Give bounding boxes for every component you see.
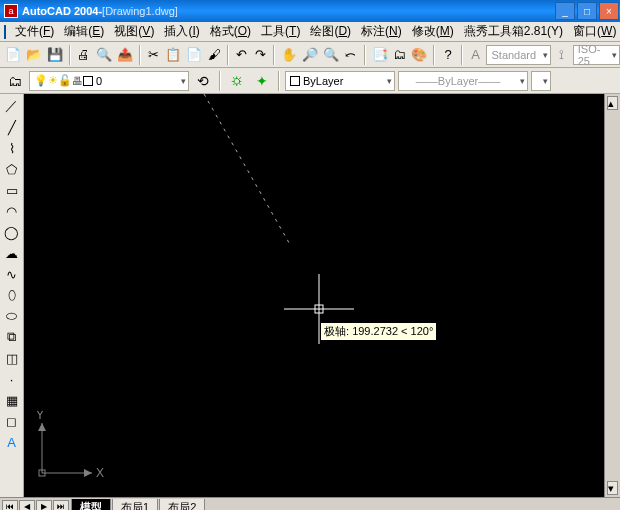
- tab-last-button[interactable]: ⏭: [53, 500, 69, 511]
- zoom-prev-icon[interactable]: ⤺: [343, 44, 359, 66]
- menu-window[interactable]: 窗口(W): [568, 21, 620, 42]
- lineweight-dropdown[interactable]: [531, 71, 551, 91]
- dim-style-dropdown[interactable]: ISO-25: [573, 45, 620, 65]
- mdi-system-icon[interactable]: [4, 25, 6, 39]
- save-icon[interactable]: 💾: [46, 44, 64, 66]
- svg-marker-5: [84, 469, 92, 477]
- scroll-up-button[interactable]: ▴: [607, 96, 618, 110]
- cut-icon[interactable]: ✂: [146, 44, 162, 66]
- zoom-rt-icon[interactable]: 🔎: [301, 44, 319, 66]
- tab-prev-button[interactable]: ◀: [19, 500, 35, 511]
- props-icon[interactable]: 📑: [371, 44, 389, 66]
- tab-first-button[interactable]: ⏮: [2, 500, 18, 511]
- ucs-x-label: X: [96, 466, 104, 480]
- layer-manager-icon[interactable]: 🗂: [4, 70, 26, 92]
- rect-icon[interactable]: ▭: [2, 180, 22, 200]
- print-icon[interactable]: 🖨: [76, 44, 92, 66]
- arc-icon[interactable]: ◠: [2, 201, 22, 221]
- close-button[interactable]: ×: [599, 2, 619, 20]
- new-icon[interactable]: 📄: [4, 44, 22, 66]
- window-controls: _ □ ×: [554, 0, 620, 22]
- help-icon[interactable]: ?: [440, 44, 456, 66]
- publish-icon[interactable]: 📤: [116, 44, 134, 66]
- layer-tools-icon[interactable]: ✦: [251, 70, 273, 92]
- menu-file[interactable]: 文件(F): [10, 21, 59, 42]
- tab-layout1[interactable]: 布局1: [112, 499, 158, 511]
- workspace: ／ ╱ ⌇ ⬠ ▭ ◠ ◯ ☁ ∿ ⬯ ⬭ ⧉ ◫ · ▦ ◻ A 极轴: 19…: [0, 94, 620, 497]
- app-icon: a: [4, 4, 18, 18]
- palette-icon[interactable]: 🎨: [410, 44, 428, 66]
- text-style-icon[interactable]: A: [468, 44, 484, 66]
- revcloud-icon[interactable]: ☁: [2, 243, 22, 263]
- document-title: [Drawing1.dwg]: [102, 5, 178, 17]
- pan-icon[interactable]: ✋: [280, 44, 298, 66]
- match-icon[interactable]: 🖌: [206, 44, 222, 66]
- properties-toolbar: 🗂 💡☀🔓🖶 0 ⟲ ⛭ ✦ ByLayer —— ByLayer ——: [0, 68, 620, 94]
- ucs-icon: X Y: [34, 411, 104, 481]
- color-swatch: [290, 76, 300, 86]
- spline-icon[interactable]: ∿: [2, 264, 22, 284]
- paste-icon[interactable]: 📄: [185, 44, 203, 66]
- layer-name: 0: [96, 75, 102, 87]
- dim-style-icon[interactable]: ⟟: [554, 44, 570, 66]
- hatch-icon[interactable]: ▦: [2, 390, 22, 410]
- line-icon[interactable]: ／: [2, 96, 22, 116]
- menu-tools[interactable]: 工具(T): [256, 21, 305, 42]
- scroll-down-button[interactable]: ▾: [607, 481, 618, 495]
- ellipse-icon[interactable]: ⬯: [2, 285, 22, 305]
- copy-icon[interactable]: 📋: [164, 44, 182, 66]
- minimize-button[interactable]: _: [555, 2, 575, 20]
- dcenter-icon[interactable]: 🗂: [392, 44, 408, 66]
- menu-bar: 文件(F) 编辑(E) 视图(V) 插入(I) 格式(O) 工具(T) 绘图(D…: [0, 22, 620, 42]
- draw-toolbar: ／ ╱ ⌇ ⬠ ▭ ◠ ◯ ☁ ∿ ⬯ ⬭ ⧉ ◫ · ▦ ◻ A: [0, 94, 24, 497]
- polar-track-line: [24, 94, 324, 244]
- layer-dropdown[interactable]: 💡☀🔓🖶 0: [29, 71, 189, 91]
- tab-layout2[interactable]: 布局2: [159, 499, 205, 511]
- insert-block-icon[interactable]: ⧉: [2, 327, 22, 347]
- region-icon[interactable]: ◻: [2, 411, 22, 431]
- make-block-icon[interactable]: ◫: [2, 348, 22, 368]
- layer-color-swatch: [83, 76, 93, 86]
- polygon-icon[interactable]: ⬠: [2, 159, 22, 179]
- menu-view[interactable]: 视图(V): [109, 21, 159, 42]
- menu-format[interactable]: 格式(O): [205, 21, 256, 42]
- redo-icon[interactable]: ↷: [252, 44, 268, 66]
- menu-modify[interactable]: 修改(M): [407, 21, 459, 42]
- ucs-y-label: Y: [36, 411, 44, 422]
- maximize-button[interactable]: □: [577, 2, 597, 20]
- preview-icon[interactable]: 🔍: [95, 44, 113, 66]
- pline-icon[interactable]: ⌇: [2, 138, 22, 158]
- tooltip-value: 199.2732 < 120°: [352, 325, 433, 337]
- color-value: ByLayer: [303, 75, 343, 87]
- menu-insert[interactable]: 插入(I): [159, 21, 204, 42]
- xline-icon[interactable]: ╱: [2, 117, 22, 137]
- menu-dim[interactable]: 标注(N): [356, 21, 407, 42]
- point-icon[interactable]: ·: [2, 369, 22, 389]
- ellipse-arc-icon[interactable]: ⬭: [2, 306, 22, 326]
- app-title: AutoCAD 2004: [22, 5, 98, 17]
- svg-marker-7: [38, 423, 46, 431]
- polar-tooltip: 极轴: 199.2732 < 120°: [320, 322, 437, 341]
- linetype-dropdown[interactable]: —— ByLayer ——: [398, 71, 528, 91]
- layout-tab-bar: ⏮ ◀ ▶ ⏭ 模型 布局1 布局2: [0, 497, 620, 510]
- color-dropdown[interactable]: ByLayer: [285, 71, 395, 91]
- undo-icon[interactable]: ↶: [234, 44, 250, 66]
- v-scrollbar[interactable]: ▴ ▾: [604, 94, 620, 497]
- make-current-icon[interactable]: ⛭: [226, 70, 248, 92]
- open-icon[interactable]: 📂: [25, 44, 43, 66]
- title-bar: a AutoCAD 2004 - [Drawing1.dwg] _ □ ×: [0, 0, 620, 22]
- menu-edit[interactable]: 编辑(E): [59, 21, 109, 42]
- standard-toolbar: 📄 📂 💾 🖨 🔍 📤 ✂ 📋 📄 🖌 ↶ ↷ ✋ 🔎 🔍 ⤺ 📑 🗂 🎨 ? …: [0, 42, 620, 68]
- drawing-canvas[interactable]: 极轴: 199.2732 < 120° X Y: [24, 94, 604, 497]
- tab-next-button[interactable]: ▶: [36, 500, 52, 511]
- tab-model[interactable]: 模型: [71, 499, 111, 511]
- layer-prev-icon[interactable]: ⟲: [192, 70, 214, 92]
- svg-line-0: [204, 94, 324, 244]
- tooltip-label: 极轴:: [324, 325, 349, 337]
- zoom-win-icon[interactable]: 🔍: [322, 44, 340, 66]
- mtext-icon[interactable]: A: [2, 432, 22, 452]
- circle-icon[interactable]: ◯: [2, 222, 22, 242]
- menu-draw[interactable]: 绘图(D): [305, 21, 356, 42]
- text-style-dropdown[interactable]: Standard: [486, 45, 551, 65]
- menu-yanxiu[interactable]: 燕秀工具箱2.81(Y): [459, 21, 568, 42]
